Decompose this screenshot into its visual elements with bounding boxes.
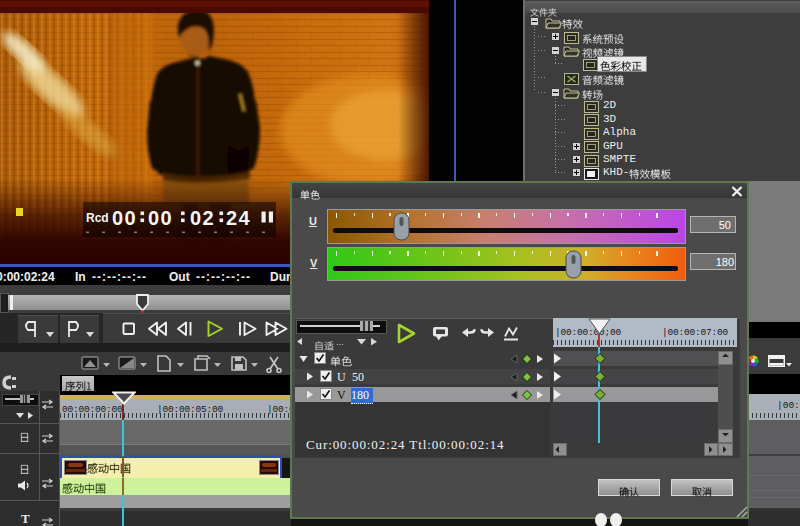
svg-text:24: 24 [226, 207, 251, 229]
svg-text:Rcd: Rcd [86, 211, 109, 225]
svg-text:00: 00 [148, 207, 173, 229]
svg-text:02: 02 [190, 207, 215, 229]
svg-text:00: 00 [112, 207, 137, 229]
